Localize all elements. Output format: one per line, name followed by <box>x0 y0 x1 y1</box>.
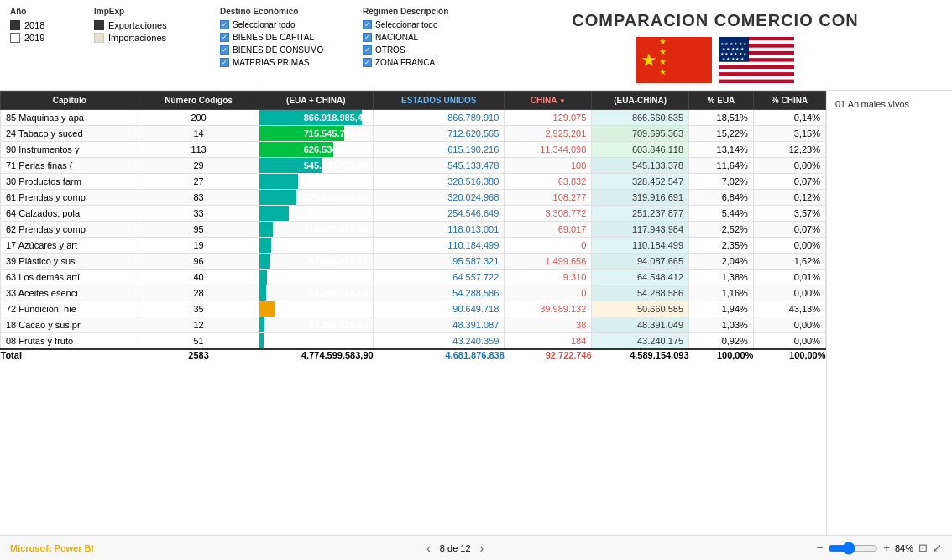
fit-screen-button[interactable]: ⊡ <box>918 542 928 554</box>
regimen-seleccionar[interactable]: ✓ Seleccionar todo <box>363 20 472 29</box>
destino-consumo[interactable]: ✓ BIENES DE CONSUMO <box>220 45 346 55</box>
year-2019-label: 2019 <box>24 33 44 43</box>
cell-eua: 64.557.722 <box>374 270 505 285</box>
header-numero[interactable]: Número Códigos <box>139 92 259 110</box>
table-row: 61 Prendas y comp 83 320.133.245,35 320.… <box>1 190 826 206</box>
regimen-zonafranca-cb[interactable]: ✓ <box>363 58 372 67</box>
cell-china: 38 <box>505 317 592 333</box>
destino-capital[interactable]: ✓ BIENES DE CAPITAL <box>220 33 346 42</box>
zoom-in-button[interactable]: + <box>883 542 890 554</box>
cell-diff: 54.288.586 <box>592 285 689 301</box>
table-row: 71 Perlas finas ( 29 545.133.577,99 545.… <box>1 158 826 174</box>
destino-materias-cb[interactable]: ✓ <box>220 58 229 67</box>
cell-numero: 96 <box>139 254 259 270</box>
flags-container: ★ ★ ★ ★ ★ <box>636 37 794 83</box>
year-2019-checkbox[interactable] <box>10 33 20 43</box>
destino-consumo-label: BIENES DE CONSUMO <box>233 45 323 55</box>
china-sort-icon: ▼ <box>559 97 566 105</box>
destino-seleccionar-label: Seleccionar todo <box>233 20 296 29</box>
table-row: 72 Fundición, hie 35 130.638.850,38 90.6… <box>1 301 826 317</box>
total-china: 92.722.746 <box>505 349 592 360</box>
cell-diff: 866.660.835 <box>592 110 689 126</box>
cell-pct-china: 0,00% <box>753 333 825 350</box>
cell-numero: 95 <box>139 222 259 238</box>
cell-diff: 48.391.049 <box>592 317 689 333</box>
regimen-otros[interactable]: ✓ OTROS <box>363 45 472 55</box>
importaciones-icon <box>94 33 104 43</box>
cell-numero: 14 <box>139 126 259 142</box>
year-2018-checkbox[interactable] <box>10 20 20 30</box>
china-star-large: ★ <box>641 51 657 70</box>
impexp-label: ImpExp <box>94 7 203 16</box>
header-china[interactable]: CHINA ▼ <box>505 92 592 110</box>
powerbi-link[interactable]: Microsoft Power BI <box>10 543 94 553</box>
header-area: Año 2018 2019 ImpExp Exportaciones Impor… <box>0 0 952 91</box>
regimen-otros-label: OTROS <box>375 45 405 55</box>
usa-flag: ★ ★ ★ ★ ★ ★ ★ ★ ★ ★ ★ ★ ★ ★ ★ ★ ★ ★ ★ ★ … <box>719 37 794 83</box>
header-capitulo[interactable]: Capítulo <box>1 92 139 110</box>
cell-china: 11.344.098 <box>505 142 592 158</box>
china-star-small-4: ★ <box>659 68 667 76</box>
zoom-slider[interactable] <box>828 542 878 555</box>
prev-page-button[interactable]: ‹ <box>424 542 433 555</box>
cell-eua: 118.013.001 <box>374 222 505 238</box>
regimen-otros-cb[interactable]: ✓ <box>363 45 372 55</box>
cell-pct-eua: 1,94% <box>689 301 754 317</box>
cell-numero: 40 <box>139 270 259 285</box>
regimen-zonafranca[interactable]: ✓ ZONA FRANCA <box>363 58 472 67</box>
regimen-nacional-cb[interactable]: ✓ <box>363 33 372 42</box>
cell-eua: 95.587.321 <box>374 254 505 270</box>
regimen-filter: Régimen Descripción ✓ Seleccionar todo ✓… <box>363 7 472 68</box>
year-2019-item[interactable]: 2019 <box>10 33 77 43</box>
destino-filter: Destino Económico ✓ Seleccionar todo ✓ B… <box>220 7 346 68</box>
regimen-seleccionar-cb[interactable]: ✓ <box>363 20 372 29</box>
cell-sum: 626.534.313,73 <box>259 142 374 158</box>
cell-pct-eua: 5,44% <box>689 206 754 222</box>
zoom-out-button[interactable]: − <box>817 542 824 554</box>
header-sum[interactable]: (EUA + CHINA) <box>259 92 374 110</box>
destino-capital-cb[interactable]: ✓ <box>220 33 229 42</box>
cell-numero: 12 <box>139 317 259 333</box>
destino-consumo-cb[interactable]: ✓ <box>220 45 229 55</box>
cell-numero: 200 <box>139 110 259 126</box>
header-pct-eua[interactable]: % EUA <box>689 92 754 110</box>
title-flags-area: COMPARACION COMERCIO CON ★ ★ ★ ★ ★ <box>489 7 942 83</box>
exportaciones-item[interactable]: Exportaciones <box>94 20 203 30</box>
cell-pct-china: 0,00% <box>753 285 825 301</box>
cell-pct-china: 3,15% <box>753 126 825 142</box>
fullscreen-button[interactable]: ⤢ <box>933 542 942 554</box>
importaciones-label: Importaciones <box>108 33 166 43</box>
cell-pct-china: 43,13% <box>753 301 825 317</box>
header-estados-unidos[interactable]: ESTADOS UNIDOS <box>374 92 505 110</box>
cell-sum: 110.184.499,34 <box>259 238 374 254</box>
cell-eua: 615.190.216 <box>374 142 505 158</box>
year-2018-item[interactable]: 2018 <box>10 20 77 30</box>
cell-diff: 50.660.585 <box>592 301 689 317</box>
regimen-nacional[interactable]: ✓ NACIONAL <box>363 33 472 42</box>
total-pct-eua: 100,00% <box>689 349 754 360</box>
cell-pct-eua: 18,51% <box>689 110 754 126</box>
table-container[interactable]: Capítulo Número Códigos (EUA + CHINA) ES… <box>0 91 826 535</box>
cell-capitulo: 61 Prendas y comp <box>1 190 139 206</box>
importaciones-item[interactable]: Importaciones <box>94 33 203 43</box>
destino-seleccionar[interactable]: ✓ Seleccionar todo <box>220 20 346 29</box>
regimen-label: Régimen Descripción <box>363 7 472 16</box>
destino-seleccionar-cb[interactable]: ✓ <box>220 20 229 29</box>
year-filter: Año 2018 2019 <box>10 7 77 43</box>
cell-pct-eua: 1,03% <box>689 317 754 333</box>
cell-diff: 251.237.877 <box>592 206 689 222</box>
cell-capitulo: 85 Maquinas y apa <box>1 110 139 126</box>
cell-capitulo: 72 Fundición, hie <box>1 301 139 317</box>
cell-china: 129.075 <box>505 110 592 126</box>
cell-china: 39.989.132 <box>505 301 592 317</box>
total-numero: 2583 <box>139 349 259 360</box>
main-table: Capítulo Número Códigos (EUA + CHINA) ES… <box>0 91 826 360</box>
cell-diff: 110.184.499 <box>592 238 689 254</box>
header-diff[interactable]: (EUA-CHINA) <box>592 92 689 110</box>
cell-capitulo: 30 Productos farm <box>1 174 139 190</box>
cell-sum: 64.567.032,20 <box>259 270 374 285</box>
header-pct-china[interactable]: % CHINA <box>753 92 825 110</box>
next-page-button[interactable]: › <box>478 542 487 555</box>
table-row: 85 Maquinas y apa 200 866.918.985,49 866… <box>1 110 826 126</box>
destino-materias[interactable]: ✓ MATERIAS PRIMAS <box>220 58 346 67</box>
